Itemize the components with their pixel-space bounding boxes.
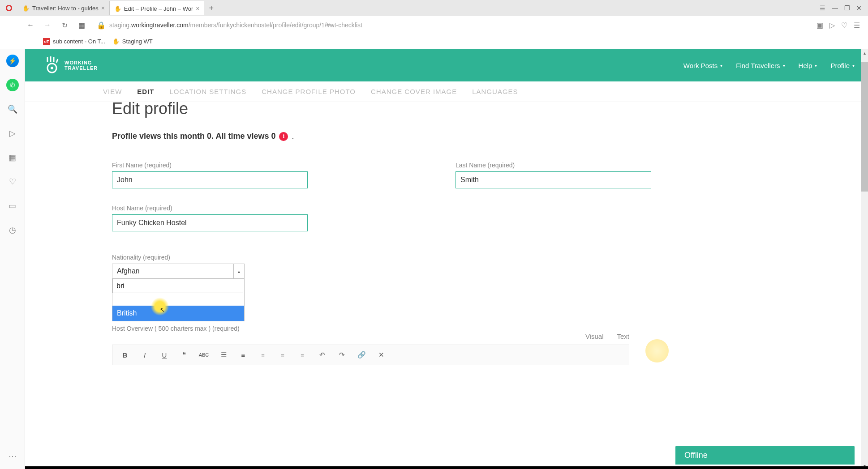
search-icon[interactable]: 🔍	[6, 103, 19, 115]
tab-1[interactable]: ✋ Traveller: How to - guides ×	[18, 1, 110, 15]
nav-work-posts[interactable]: Work Posts ▾	[683, 62, 722, 69]
bold-button[interactable]: B	[117, 348, 133, 362]
italic-button[interactable]: I	[137, 348, 153, 362]
editor-toolbar: B I U ❝ ABC ☰ ≡ ≡ ≡ ≡ ↶ ↷ 🔗 ✕	[112, 345, 629, 365]
lock-icon: 🔒	[97, 21, 106, 30]
svg-point-1	[51, 67, 53, 69]
strikethrough-button[interactable]: ABC	[196, 348, 212, 362]
heart-icon[interactable]: ♡	[6, 175, 19, 188]
last-name-label: Last Name (required)	[455, 162, 651, 169]
close-window-button[interactable]: ✕	[856, 4, 862, 12]
caret-up-icon[interactable]: ▴	[233, 264, 244, 278]
info-icon[interactable]: i	[279, 132, 288, 141]
scroll-up-icon[interactable]: ▴	[861, 49, 868, 56]
select-option-blank[interactable]	[112, 293, 244, 306]
tabs-row: ✋ Traveller: How to - guides × ✋ Edit – …	[18, 0, 813, 16]
nav-profile[interactable]: Profile ▾	[830, 62, 855, 69]
subnav-languages[interactable]: LANGUAGES	[472, 88, 518, 95]
number-list-button[interactable]: ≡	[235, 348, 251, 362]
scrollbar-thumb[interactable]	[861, 62, 868, 192]
link-button[interactable]: 🔗	[353, 348, 370, 362]
forward-button[interactable]: →	[41, 19, 54, 31]
field-first-name: First Name (required)	[112, 162, 308, 188]
speed-dial-icon[interactable]: ▦	[6, 151, 19, 164]
site-logo[interactable]: WORKING TRAVELLER	[43, 56, 98, 74]
bookmark-1[interactable]: oT sub content - On T...	[43, 38, 105, 45]
align-left-button[interactable]: ≡	[255, 348, 271, 362]
maximize-button[interactable]: ❐	[844, 4, 850, 12]
subnav-change-photo[interactable]: CHANGE PROFILE PHOTO	[262, 88, 356, 95]
nationality-select[interactable]: Afghan ▴ British ↖	[112, 264, 245, 279]
opera-logo[interactable]: O	[0, 0, 18, 16]
select-display[interactable]: Afghan ▴	[112, 264, 245, 279]
tab-2[interactable]: ✋ Edit – Profile – John – Wor ×	[110, 1, 205, 15]
editor-tab-visual[interactable]: Visual	[585, 333, 604, 340]
flow-icon[interactable]: ▷	[6, 127, 19, 140]
browser-sidebar: ⚡ ✆ 🔍 ▷ ▦ ♡ ▭ ◷ ⋯	[0, 49, 25, 469]
history-icon[interactable]: ◷	[6, 224, 19, 236]
stats-dot: .	[292, 132, 294, 141]
profile-edit-content: Edit profile Profile views this month 0.…	[25, 99, 868, 365]
heart-icon[interactable]: ♡	[841, 21, 847, 30]
browser-chrome: O ✋ Traveller: How to - guides × ✋ Edit …	[0, 0, 868, 50]
select-dropdown: British ↖	[112, 279, 245, 321]
editor-tab-text[interactable]: Text	[617, 333, 629, 340]
first-name-label: First Name (required)	[112, 162, 308, 169]
easy-setup-icon[interactable]: ☰	[820, 4, 825, 12]
subnav-view[interactable]: VIEW	[103, 88, 122, 95]
chevron-down-icon: ▾	[720, 63, 722, 68]
close-icon[interactable]: ×	[196, 5, 199, 12]
messenger-icon[interactable]: ⚡	[6, 55, 19, 67]
news-icon[interactable]: ▭	[6, 200, 19, 212]
subnav-edit[interactable]: EDIT	[137, 88, 154, 95]
sidebar-setup-icon[interactable]: ☰	[854, 21, 860, 30]
option-label: British	[117, 309, 137, 317]
align-center-button[interactable]: ≡	[275, 348, 291, 362]
close-icon[interactable]: ×	[101, 4, 105, 12]
fullscreen-button[interactable]: ✕	[373, 348, 389, 362]
subnav-location-settings[interactable]: LOCATION SETTINGS	[170, 88, 247, 95]
scrollbar[interactable]: ▴ ▾	[861, 49, 868, 469]
snapshot-icon[interactable]: ▣	[816, 21, 823, 30]
select-option-british[interactable]: British ↖	[112, 306, 244, 321]
nav-help[interactable]: Help ▾	[799, 62, 817, 69]
subnav-change-cover[interactable]: CHANGE COVER IMAGE	[371, 88, 457, 95]
align-right-button[interactable]: ≡	[294, 348, 310, 362]
profile-stats: Profile views this month 0. All time vie…	[112, 132, 868, 141]
host-name-input[interactable]	[112, 214, 308, 231]
select-search-input[interactable]	[112, 279, 243, 293]
quote-button[interactable]: ❝	[176, 348, 192, 362]
cursor-icon: ↖	[160, 307, 165, 313]
speed-dial-button[interactable]: ▦	[75, 19, 88, 31]
more-icon[interactable]: ⋯	[9, 451, 17, 461]
chat-widget[interactable]: Offline	[675, 446, 855, 465]
taskbar-edge	[25, 466, 868, 469]
new-tab-button[interactable]: +	[204, 4, 218, 13]
underline-button[interactable]: U	[156, 348, 172, 362]
svg-line-5	[56, 59, 58, 63]
minimize-button[interactable]: —	[832, 4, 838, 12]
stats-text: Profile views this month 0. All time vie…	[112, 132, 275, 141]
whatsapp-icon[interactable]: ✆	[6, 79, 19, 91]
reload-button[interactable]: ↻	[58, 19, 71, 31]
last-name-input[interactable]	[455, 171, 651, 188]
field-nationality: Nationality (required) Afghan ▴ British …	[112, 254, 868, 279]
header-nav: Work Posts ▾ Find Travellers ▾ Help ▾ Pr…	[683, 62, 855, 69]
back-button[interactable]: ←	[24, 19, 37, 31]
bookmark-label: sub content - On T...	[53, 38, 105, 45]
logo-text: WORKING TRAVELLER	[64, 60, 98, 71]
chevron-down-icon: ▾	[852, 63, 855, 68]
nationality-label: Nationality (required)	[112, 254, 868, 261]
bookmark-2[interactable]: ✋ Staging WT	[112, 38, 153, 45]
nav-find-travellers[interactable]: Find Travellers ▾	[736, 62, 785, 69]
address-bar[interactable]: 🔒 staging.workingtraveller.com/members/f…	[92, 21, 808, 30]
undo-button[interactable]: ↶	[314, 348, 330, 362]
redo-button[interactable]: ↷	[334, 348, 350, 362]
nav-label: Work Posts	[683, 62, 718, 69]
bullet-list-button[interactable]: ☰	[215, 348, 232, 362]
page-title: Edit profile	[112, 99, 868, 118]
hand-icon: ✋	[112, 38, 120, 45]
page-viewport: WORKING TRAVELLER Work Posts ▾ Find Trav…	[25, 49, 868, 469]
send-icon[interactable]: ▷	[829, 21, 835, 30]
first-name-input[interactable]	[112, 171, 308, 188]
